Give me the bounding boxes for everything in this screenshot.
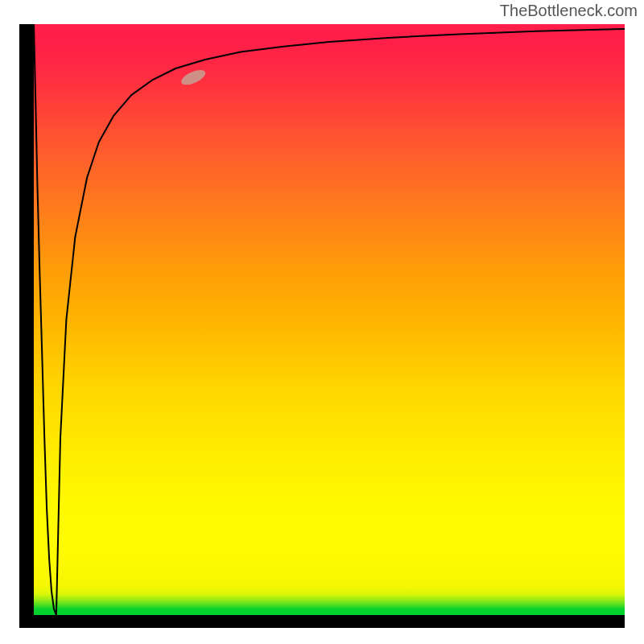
y-axis-bar [19, 24, 34, 620]
marker-point [180, 67, 208, 88]
x-axis-bar [19, 615, 625, 628]
chart-plot [34, 24, 625, 615]
bottleneck-curve [34, 24, 625, 615]
attribution-text: TheBottleneck.com [500, 2, 638, 20]
